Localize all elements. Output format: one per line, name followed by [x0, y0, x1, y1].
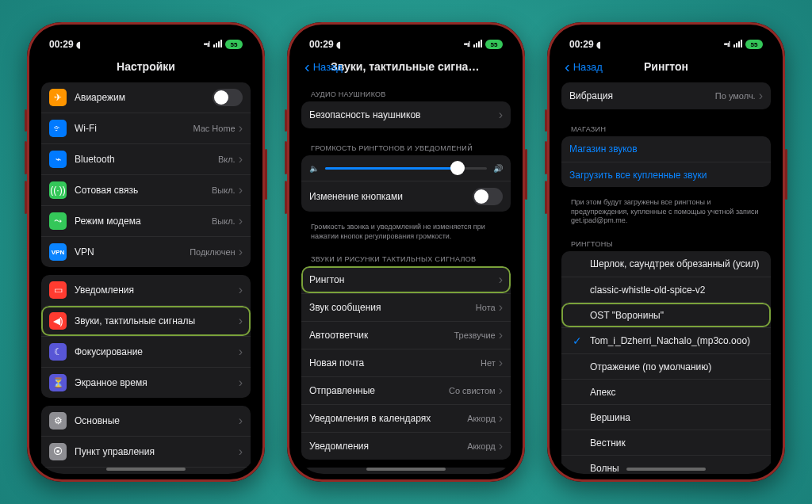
chevron-right-icon: [499, 108, 503, 122]
chevron-right-icon: [759, 89, 763, 103]
chevron-right-icon: [239, 214, 243, 228]
row-label: Уведомления: [309, 441, 467, 452]
chevron-right-icon: [239, 283, 243, 297]
sound-row[interactable]: Рингтон: [301, 266, 511, 293]
row-label: Автоответчик: [309, 330, 454, 341]
settings-row[interactable]: VPNVPNПодключен: [41, 236, 251, 267]
link-download-purchased[interactable]: Загрузить все купленные звуки: [561, 162, 771, 187]
page-title: Рингтон: [644, 60, 688, 73]
row-icon: ⚙︎: [49, 412, 67, 430]
sound-row[interactable]: УведомленияАккорд: [301, 432, 511, 460]
ringtone-label: Отражение (по умолчанию): [590, 361, 763, 372]
page-title: Звуки, тактильные сигналы: [331, 60, 481, 73]
row-label: Bluetooth: [75, 154, 218, 165]
sound-row[interactable]: Новая почтаНет: [301, 349, 511, 376]
signal-icon: ••ıl: [464, 40, 469, 48]
chevron-right-icon: [239, 183, 243, 197]
row-icon: ◀︎): [49, 312, 67, 330]
chevron-right-icon: [239, 245, 243, 259]
ringtone-label: classic-whistle-old-spice-v2: [590, 284, 763, 296]
ringtone-row[interactable]: OST "Воронины": [561, 302, 771, 327]
volume-slider[interactable]: [325, 167, 487, 170]
volume-high-icon: 🔊: [493, 164, 503, 173]
settings-row[interactable]: ⤳Режим модемаВыкл.: [41, 205, 251, 236]
sound-row[interactable]: Уведомления в календаряхАккорд: [301, 404, 511, 432]
chevron-right-icon: [499, 300, 503, 315]
settings-row[interactable]: ᯤWi-FiMac Home: [41, 113, 251, 143]
section-header-ringtones: РИНГТОНЫ: [561, 232, 771, 251]
settings-row[interactable]: ✈︎Авиарежим: [41, 82, 251, 113]
section-header-store: МАГАЗИН: [561, 117, 771, 136]
chevron-right-icon: [499, 328, 503, 342]
status-time: 00:29: [569, 39, 601, 50]
row-label: Сотовая связь: [75, 185, 212, 196]
row-label: Звуки, тактильные сигналы: [75, 315, 239, 326]
settings-row[interactable]: ◀︎)Звуки, тактильные сигналы: [41, 305, 251, 336]
row-value: Mac Home: [193, 124, 235, 133]
sound-row[interactable]: ОтправленныеСо свистом: [301, 376, 511, 404]
phone-settings: 00:29 ••ıl 55 Настройки ✈︎АвиарежимᯤWi-F…: [27, 22, 265, 482]
row-label: VPN: [75, 246, 190, 258]
row-value: Подключен: [190, 247, 236, 257]
battery-icon: 55: [225, 40, 243, 49]
row-value: Трезвучие: [454, 330, 495, 340]
sound-row[interactable]: Звук сообщенияНота: [301, 293, 511, 321]
row-change-with-buttons[interactable]: Изменение кнопками: [301, 181, 511, 212]
chevron-right-icon: [499, 356, 503, 370]
row-label: Пункт управления: [75, 446, 239, 457]
settings-row[interactable]: ⚙︎Основные: [41, 406, 251, 436]
chevron-right-icon: [499, 273, 503, 287]
chevron-right-icon: [239, 414, 243, 428]
row-label: Уведомления: [75, 284, 239, 296]
footnote-store: При этом будут загружены все рингтоны и …: [561, 195, 771, 232]
ringtone-row[interactable]: ✓Tom_i_Dzherri_Nachalo_(mp3co.ooo): [561, 327, 771, 353]
settings-row[interactable]: ☾Фокусирование: [41, 336, 251, 367]
nav-bar: Настройки: [35, 54, 257, 79]
section-header-volume: ГРОМКОСТЬ РИНГТОНОВ И УВЕДОМЛЕНИЙ: [301, 136, 511, 155]
row-value: Со свистом: [449, 386, 496, 395]
row-label: Новая почта: [309, 357, 481, 368]
ringtone-row[interactable]: Шерлок, саундтрек обрезанный (усил): [561, 251, 771, 277]
row-headphone-safety[interactable]: Безопасность наушников: [301, 101, 511, 128]
row-value: Выкл.: [212, 216, 236, 226]
checkmark-icon: ✓: [569, 334, 585, 347]
ringtone-row[interactable]: classic-whistle-old-spice-v2: [561, 277, 771, 302]
link-tone-store[interactable]: Магазин звуков: [561, 136, 771, 162]
toggle-switch[interactable]: [213, 89, 243, 106]
chevron-right-icon: [239, 121, 243, 136]
back-button[interactable]: Назад: [565, 61, 603, 73]
volume-slider-row: 🔈 🔊: [301, 155, 511, 181]
settings-row[interactable]: ⌁BluetoothВкл.: [41, 143, 251, 174]
row-label: Режим модема: [75, 216, 212, 227]
back-button[interactable]: Назад: [304, 61, 343, 73]
ringtone-label: Апекс: [590, 387, 763, 398]
ringtone-row[interactable]: Вестник: [561, 430, 771, 455]
sound-row[interactable]: АвтоответчикТрезвучие: [301, 321, 511, 349]
ringtone-label: Вестник: [590, 437, 763, 449]
settings-row[interactable]: ▭Уведомления: [41, 275, 251, 305]
home-indicator[interactable]: [626, 468, 706, 471]
ringtone-label: Вершина: [590, 412, 763, 423]
row-icon: ⌁: [49, 151, 67, 168]
toggle-switch[interactable]: [473, 188, 503, 205]
volume-low-icon: 🔈: [309, 164, 319, 173]
settings-row[interactable]: ⏳Экранное время: [41, 367, 251, 398]
home-indicator[interactable]: [106, 468, 186, 471]
ringtone-row[interactable]: Волны: [561, 455, 771, 474]
ringtone-row[interactable]: Апекс: [561, 379, 771, 404]
ringtone-row[interactable]: Вершина: [561, 404, 771, 430]
signal-icon: ••ıl: [204, 40, 209, 48]
phone-sounds: 00:29 ••ıl 55 Назад Звуки, тактильные си…: [287, 22, 525, 482]
home-indicator[interactable]: [366, 468, 446, 471]
ringtone-row[interactable]: Отражение (по умолчанию): [561, 353, 771, 379]
row-value: Выкл.: [212, 185, 236, 195]
settings-row[interactable]: ((·))Сотовая связьВыкл.: [41, 174, 251, 205]
settings-row[interactable]: ⦿Пункт управления: [41, 436, 251, 467]
row-icon: ⏳: [49, 374, 67, 391]
battery-icon: 55: [485, 40, 503, 49]
row-value: Нет: [481, 358, 496, 368]
row-label: Отправленные: [309, 385, 449, 396]
row-vibration[interactable]: Вибрация По умолч.: [561, 82, 771, 109]
row-label: Фокусирование: [75, 346, 239, 357]
row-value: Аккорд: [467, 414, 496, 423]
